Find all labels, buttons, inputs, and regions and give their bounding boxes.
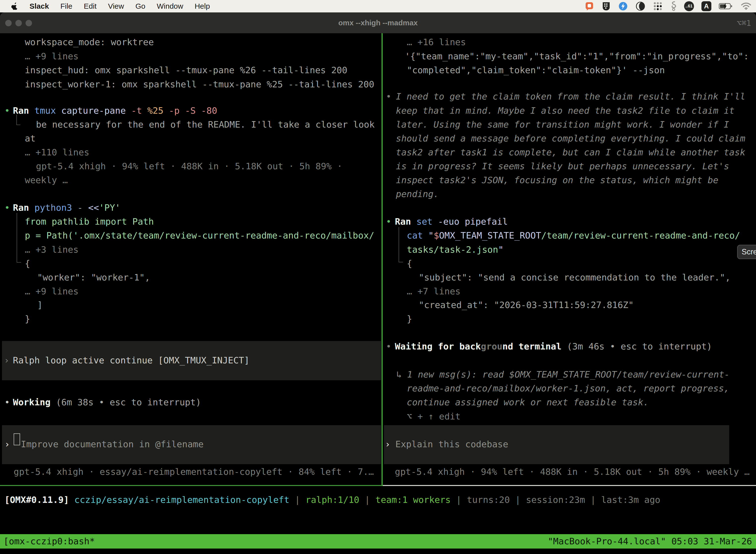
terminal-text-segment: /team/review-current-readme-and-reco/	[541, 230, 740, 240]
terminal-line: inspect task2's JSON, focusing on the st…	[396, 175, 718, 186]
terminal-cursor	[14, 433, 20, 445]
terminal-text-segment: cat	[407, 230, 428, 240]
terminal-line: … +9 lines	[25, 286, 79, 297]
terminal-text-segment: }	[25, 314, 30, 324]
terminal-text-segment: | turns:20 | session:23m | last:3m ago	[456, 495, 660, 505]
terminal-line: pending.	[396, 189, 439, 200]
terminal-line: … +9 lines	[25, 51, 79, 62]
terminal-line: tasks/task-2.json"	[407, 244, 504, 255]
terminal-line: •	[386, 341, 391, 352]
terminal-text-segment: -p -S -80	[169, 106, 217, 116]
terminal-text-segment: "worker": "worker-1",	[37, 272, 150, 282]
terminal-text-segment: (3m 46s • esc to interrupt)	[567, 341, 712, 351]
terminal-text-segment: weekly …	[25, 175, 68, 185]
left-input-placeholder[interactable]: Improve documentation in @filename	[21, 439, 204, 450]
terminal-text-segment: set	[417, 216, 438, 227]
terminal-text-segment: gpt-5.4 xhigh · 94% left · 488K in · 5.1…	[36, 161, 342, 171]
terminal-text-segment: '{"team_name":"my-team","task_id":"1","f…	[405, 51, 749, 61]
terminal-text-segment: $	[434, 230, 439, 240]
terminal-text-segment: is in progress? It seems likely but perh…	[396, 161, 729, 171]
terminal-line: keep that in mind. Maybe I also need the…	[396, 105, 735, 116]
terminal-text-segment: 'PY'	[99, 203, 121, 213]
tmux-status-bar: [omx-cczip0:bash* "MacBook-Pro-44.local"…	[0, 534, 756, 549]
terminal-line: ]	[37, 299, 43, 311]
pane-divider[interactable]	[381, 33, 383, 485]
right-input-placeholder[interactable]: Explain this codebase	[395, 439, 508, 450]
terminal-text-segment: •	[4, 106, 10, 116]
terminal-text-segment: tmux	[35, 106, 61, 116]
terminal-line: '{"team_name":"my-team","task_id":"1","f…	[405, 51, 749, 62]
omx-status-line: [OMX#0.11.9] cczip/essay/ai-reimplementa…	[4, 494, 660, 505]
terminal-text-segment: -t	[131, 106, 147, 116]
terminal-text-segment: I need to get the claim token from the c…	[396, 91, 745, 102]
terminal-text-segment: Waiting for back	[395, 341, 481, 351]
terminal-text-segment: be necessary for the end of the README. …	[36, 119, 375, 129]
terminal-text-segment: •	[4, 397, 10, 407]
terminal-text-segment: continue assigned work or next feasible …	[407, 397, 649, 407]
terminal-text-segment: team:1 workers	[376, 495, 456, 505]
terminal-text-segment: }	[407, 314, 412, 324]
terminal-text-segment: task2 after task1 is complete, but can I…	[396, 147, 745, 157]
terminal-text-segment: ›	[4, 439, 10, 449]
terminal-line: ↳ 1 new msg(s): read $OMX_TEAM_STATE_ROO…	[396, 369, 730, 380]
terminal-line: … +7 lines	[407, 286, 460, 297]
terminal-text-segment: gpt-5.4 xhigh · 94% left · 488K in · 5.1…	[395, 466, 750, 477]
terminal-line: workspace_mode: worktree	[25, 37, 154, 48]
terminal-text-segment: should send a message before completing …	[396, 133, 745, 144]
terminal-text-segment: inspect task2's JSON, focusing on the st…	[396, 175, 718, 185]
tooltip-label: Scre	[742, 247, 756, 257]
left-pane-bottom-border	[0, 485, 383, 486]
terminal-line: •	[4, 397, 10, 408]
terminal-line: gpt-5.4 xhigh · 94% left · 488K in · 5.1…	[36, 161, 342, 172]
terminal-text-segment: -euo pipefail	[438, 216, 508, 227]
terminal-text-segment: {	[407, 258, 412, 269]
terminal-line: at	[25, 133, 36, 144]
terminal-text-segment: … +9 lines	[25, 286, 79, 296]
terminal-text-segment: "completed","claim_token":"claim-token"}…	[407, 65, 665, 75]
terminal-text-segment: %25	[147, 106, 169, 116]
terminal-text-segment: Working	[13, 397, 56, 407]
terminal-text-segment: {	[25, 258, 30, 269]
terminal-text-segment: ›	[4, 355, 9, 365]
screen-tooltip: Scre	[737, 245, 756, 259]
tmux-host-clock-label: "MacBook-Pro-44.local" 05:03 31-Mar-26	[548, 534, 752, 549]
right-command-cat: cat "$OMX_TEAM_STATE_ROOT/team/review-cu…	[407, 230, 740, 241]
terminal-text-segment: … +9 lines	[25, 51, 79, 61]
terminal-text-segment: •	[386, 341, 391, 351]
terminal-text-segment: … +3 lines	[25, 244, 79, 255]
terminal-text-segment: "created_at": "2026-03-31T11:59:27.816Z"	[419, 300, 634, 310]
edit-hint: ⌥ + ↑ edit	[407, 411, 460, 422]
left-command-python: Ran python3 - <<'PY'	[13, 202, 121, 213]
terminal-line: … +110 lines	[25, 147, 89, 158]
terminal-text-segment: Ran	[13, 106, 35, 116]
terminal-line: •	[4, 202, 10, 213]
left-session-stats: gpt-5.4 xhigh · essay/ai-reimplementatio…	[14, 466, 374, 477]
terminal-text-segment: "subject": "send a concise recommendatio…	[419, 272, 731, 282]
terminal-line: task2 after task1 is complete, but can I…	[396, 147, 745, 158]
terminal-text-segment: cczip/essay/ai-reimplementation-copyleft	[74, 495, 295, 505]
terminal-text-segment: Ran	[395, 216, 417, 227]
terminal-text-segment: grou	[481, 341, 503, 351]
terminal-text-segment: -	[77, 203, 88, 213]
terminal-line: •	[386, 91, 391, 102]
terminal-text-segment: <<	[88, 203, 99, 213]
terminal-line: … +3 lines	[25, 244, 79, 255]
terminal-text-segment: (6m 38s • esc to interrupt)	[56, 397, 201, 407]
terminal-line: "worker": "worker-1",	[37, 272, 150, 283]
terminal-line: continue assigned work or next feasible …	[407, 397, 649, 408]
terminal-line: ›	[385, 439, 390, 450]
terminal-text-segment: keep that in mind. Maybe I also need the…	[396, 106, 735, 116]
terminal-line: p = Path('.omx/state/team/review-current…	[25, 230, 374, 241]
right-command-set: Ran set -euo pipefail	[395, 216, 508, 227]
thinking-text: I need to get the claim token from the c…	[396, 91, 745, 102]
output-gutter	[17, 213, 21, 263]
tmux-session-window-label[interactable]: [omx-cczip0:bash*	[3, 534, 95, 549]
output-gutter	[16, 115, 20, 125]
terminal-text-segment: •	[4, 203, 10, 213]
terminal-text-segment: nd terminal	[502, 341, 567, 351]
terminal-text-segment: ›	[385, 439, 390, 449]
terminal-text-segment: workspace_mode: worktree	[25, 37, 154, 47]
terminal-text-segment: tasks/task-2.json	[407, 244, 498, 255]
terminal-text-segment: at	[25, 133, 36, 144]
terminal-text-segment: p = Path('.omx/state/team/review-current…	[25, 230, 374, 240]
